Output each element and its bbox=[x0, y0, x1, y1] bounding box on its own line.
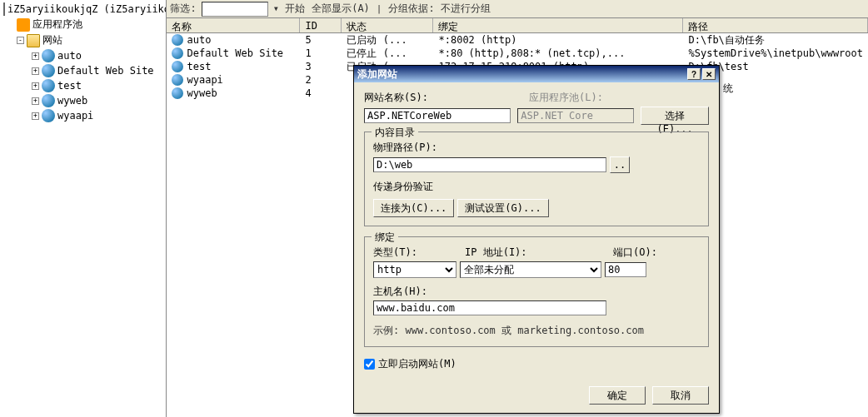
globe-icon bbox=[42, 64, 55, 77]
site-name-label: 网站名称(S): bbox=[364, 91, 522, 105]
truncated-text: 统 bbox=[723, 82, 733, 96]
add-website-dialog: 添加网站 ? ✕ 网站名称(S): 应用程序池(L): 选择(E)... 内容目… bbox=[353, 65, 720, 414]
globe-icon bbox=[172, 61, 183, 72]
select-pool-button[interactable]: 选择(E)... bbox=[641, 107, 709, 125]
hostname-example: 示例: www.contoso.com 或 marketing.contoso.… bbox=[373, 324, 700, 338]
tree-site-label: wyaapi bbox=[57, 110, 93, 122]
list-header: 名称 ID 状态 绑定 路径 bbox=[167, 18, 868, 33]
ip-label: IP 地址(I): bbox=[465, 246, 613, 260]
globe-icon bbox=[172, 87, 183, 99]
binding-group: 绑定 类型(T): IP 地址(I): 端口(O): http 全部未分配 主机… bbox=[364, 236, 709, 347]
content-dir-group: 内容目录 物理路径(P): .. 传递身份验证 连接为(C)... 测试设置(G… bbox=[364, 132, 709, 226]
content-dir-legend: 内容目录 bbox=[372, 126, 418, 140]
tree-site-label: test bbox=[57, 80, 82, 92]
tree-server-node[interactable]: iZ5aryiikoukjqZ (iZ5aryiikoukjqZ\Adm bbox=[2, 2, 164, 17]
globe-icon bbox=[42, 79, 55, 92]
app-pool-label: 应用程序池(L): bbox=[529, 91, 603, 105]
show-all-label[interactable]: 全部显示(A) bbox=[312, 2, 370, 16]
col-status[interactable]: 状态 bbox=[342, 18, 433, 32]
tree-site-item[interactable]: + Default Web Site bbox=[2, 63, 164, 78]
apppool-icon bbox=[17, 18, 30, 32]
tree-apppool-node[interactable]: 应用程序池 bbox=[2, 17, 164, 32]
test-settings-button[interactable]: 测试设置(G)... bbox=[457, 199, 548, 217]
hostname-label: 主机名(H): bbox=[373, 285, 700, 299]
col-binding[interactable]: 绑定 bbox=[433, 18, 683, 32]
tree-site-item[interactable]: + wyaapi bbox=[2, 108, 164, 123]
col-id[interactable]: ID bbox=[300, 18, 342, 32]
port-label: 端口(O): bbox=[613, 246, 657, 260]
tree-expand-icon[interactable]: + bbox=[32, 97, 39, 105]
globe-icon bbox=[172, 47, 183, 59]
connections-tree: iZ5aryiikoukjqZ (iZ5aryiikoukjqZ\Adm 应用程… bbox=[0, 0, 167, 417]
tree-expand-icon[interactable]: + bbox=[32, 112, 39, 120]
start-label: 开始 bbox=[285, 2, 305, 14]
tree-site-label: Default Web Site bbox=[57, 65, 154, 77]
tree-expand-icon[interactable]: + bbox=[32, 82, 39, 90]
folder-icon bbox=[27, 34, 40, 47]
tree-sites-node[interactable]: - 网站 bbox=[2, 32, 164, 48]
site-name-input[interactable] bbox=[364, 108, 511, 123]
tree-expand-icon[interactable]: + bbox=[32, 52, 39, 60]
connect-as-button[interactable]: 连接为(C)... bbox=[373, 199, 454, 217]
start-immediately-label: 立即启动网站(M) bbox=[378, 357, 456, 371]
col-path[interactable]: 路径 bbox=[683, 18, 868, 32]
help-button[interactable]: ? bbox=[687, 68, 701, 80]
ok-button[interactable]: 确定 bbox=[589, 386, 646, 405]
tree-server-label: iZ5aryiikoukjqZ (iZ5aryiikoukjqZ\Adm bbox=[7, 3, 167, 15]
tree-collapse-icon[interactable]: - bbox=[17, 37, 24, 44]
list-row[interactable]: auto5已启动 (...*:8002 (http)D:\fb\自动任务 bbox=[167, 33, 868, 47]
tree-site-item[interactable]: + test bbox=[2, 78, 164, 93]
col-name[interactable]: 名称 bbox=[167, 18, 300, 32]
pass-auth-label: 传递身份验证 bbox=[373, 180, 700, 194]
tree-site-label: wyweb bbox=[57, 95, 87, 107]
tree-site-item[interactable]: + auto bbox=[2, 48, 164, 63]
list-row[interactable]: Default Web Site1已停止 (...*:80 (http),808… bbox=[167, 47, 868, 60]
start-immediately-checkbox[interactable] bbox=[364, 359, 375, 370]
globe-icon bbox=[172, 74, 183, 86]
cancel-button[interactable]: 取消 bbox=[652, 386, 709, 405]
filter-label: 筛选: bbox=[170, 2, 196, 16]
tree-apppool-label: 应用程序池 bbox=[32, 17, 82, 32]
dialog-title: 添加网站 bbox=[357, 67, 686, 82]
globe-icon bbox=[42, 94, 55, 107]
ip-select[interactable]: 全部未分配 bbox=[460, 261, 601, 278]
physical-path-label: 物理路径(P): bbox=[373, 141, 700, 155]
filter-toolbar: 筛选: ▾ 开始 全部显示(A)| 分组依据: 不进行分组 bbox=[167, 0, 868, 18]
tree-site-item[interactable]: + wyweb bbox=[2, 93, 164, 108]
hostname-input[interactable] bbox=[373, 300, 606, 315]
dialog-titlebar[interactable]: 添加网站 ? ✕ bbox=[354, 66, 719, 82]
tree-site-label: auto bbox=[57, 50, 82, 62]
globe-icon bbox=[172, 34, 183, 46]
type-select[interactable]: http bbox=[373, 261, 456, 278]
tree-sites-label: 网站 bbox=[42, 33, 62, 47]
app-pool-input bbox=[517, 108, 634, 123]
group-label[interactable]: 分组依据: 不进行分组 bbox=[388, 2, 490, 16]
filter-input[interactable] bbox=[202, 2, 268, 17]
browse-button[interactable]: .. bbox=[610, 156, 630, 173]
binding-legend: 绑定 bbox=[372, 231, 398, 245]
globe-icon bbox=[42, 49, 55, 62]
tree-expand-icon[interactable]: + bbox=[32, 67, 39, 75]
globe-icon bbox=[42, 109, 55, 122]
port-input[interactable] bbox=[605, 262, 646, 277]
physical-path-input[interactable] bbox=[373, 157, 606, 172]
type-label: 类型(T): bbox=[373, 246, 465, 260]
close-button[interactable]: ✕ bbox=[702, 68, 716, 80]
server-icon bbox=[3, 2, 5, 16]
